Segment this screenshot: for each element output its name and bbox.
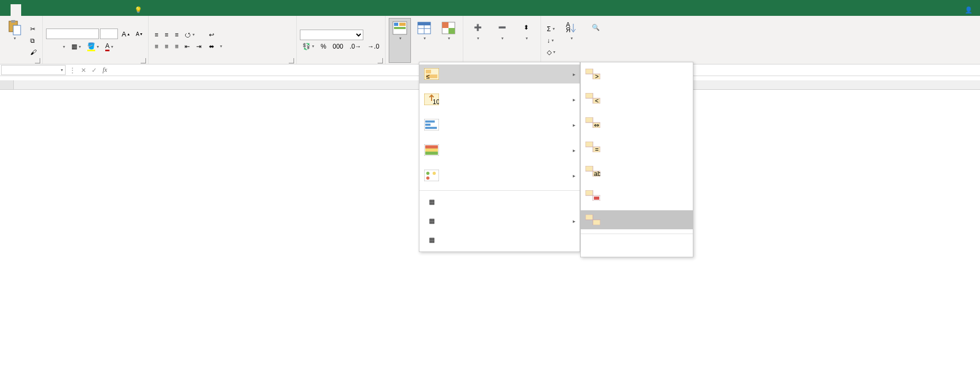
menu-tabs: 💡 👤 bbox=[0, 4, 980, 16]
delete-cells-button[interactable]: ➖▾ bbox=[491, 18, 513, 63]
cell-styles-icon bbox=[440, 20, 457, 36]
tell-me[interactable]: 💡 bbox=[134, 4, 144, 16]
format-painter-button[interactable]: 🖌 bbox=[28, 47, 39, 58]
cut-button[interactable]: ✂ bbox=[28, 24, 39, 34]
increase-font-button[interactable]: A▴ bbox=[119, 29, 132, 40]
percent-button[interactable]: % bbox=[318, 41, 329, 52]
submenu-greater-than[interactable]: > bbox=[581, 64, 693, 83]
submenu-less-than[interactable]: < bbox=[581, 89, 693, 90]
format-cells-button[interactable]: ⬍▾ bbox=[515, 18, 537, 63]
tab-data[interactable] bbox=[53, 4, 63, 16]
svg-rect-4 bbox=[394, 23, 398, 26]
brush-icon: 🖌 bbox=[30, 49, 36, 56]
align-right-button[interactable]: ≡ bbox=[172, 41, 181, 52]
border-button[interactable]: ▦▾ bbox=[69, 41, 84, 52]
cancel-formula-button[interactable]: ✕ bbox=[78, 65, 89, 76]
tab-developer[interactable] bbox=[85, 4, 95, 16]
delete-icon: ➖ bbox=[493, 20, 510, 36]
format-as-table-button[interactable]: ▾ bbox=[413, 18, 435, 63]
dec-decimal-button[interactable]: →.0 bbox=[365, 41, 382, 52]
group-cells: ➕▾ ➖▾ ⬍▾ bbox=[463, 16, 541, 64]
merge-icon: ⬌ bbox=[209, 43, 214, 50]
menu-highlight-rules[interactable]: ≤ ▸ bbox=[419, 64, 580, 83]
tab-layout[interactable] bbox=[32, 4, 42, 16]
insert-cells-button[interactable]: ➕▾ bbox=[466, 18, 489, 63]
paste-icon bbox=[6, 20, 23, 36]
svg-rect-6 bbox=[394, 27, 406, 29]
select-all-corner[interactable] bbox=[0, 80, 14, 89]
launcher-icon[interactable] bbox=[289, 58, 294, 63]
inc-decimal-button[interactable]: .0→ bbox=[347, 41, 364, 52]
group-font: A▴ A▾ ▾ ▦▾ 🪣▾ A▾ bbox=[43, 16, 149, 64]
orientation-button[interactable]: ⭯▾ bbox=[182, 30, 197, 40]
tab-powerpivot[interactable] bbox=[116, 4, 127, 16]
bold-button[interactable] bbox=[46, 45, 51, 48]
tab-view[interactable] bbox=[74, 4, 85, 16]
indent-inc-button[interactable]: ⇥ bbox=[194, 41, 204, 52]
sort-icon: AЯ bbox=[563, 20, 580, 36]
enter-formula-button[interactable]: ✓ bbox=[89, 65, 99, 76]
svg-rect-34 bbox=[585, 69, 593, 74]
sort-filter-button[interactable]: AЯ▾ bbox=[560, 18, 582, 63]
underline-button[interactable]: ▾ bbox=[59, 43, 68, 51]
svg-rect-5 bbox=[399, 23, 406, 26]
comma-button[interactable]: 000 bbox=[330, 41, 346, 52]
tab-insert[interactable] bbox=[21, 4, 32, 16]
number-format-select[interactable] bbox=[300, 30, 363, 40]
chevron-right-icon: ▸ bbox=[573, 71, 575, 77]
tab-formulas[interactable] bbox=[42, 4, 53, 16]
tab-help[interactable] bbox=[95, 4, 106, 16]
person-icon: 👤 bbox=[965, 6, 973, 14]
fill-icon: 🪣 bbox=[87, 42, 95, 51]
svg-text:≤: ≤ bbox=[426, 73, 430, 80]
launcher-icon[interactable] bbox=[378, 58, 383, 63]
group-editing: Σ▾ ↓▾ ◇▾ AЯ▾ 🔍 bbox=[541, 16, 610, 64]
conditional-formatting-button[interactable]: ▾ bbox=[389, 18, 411, 63]
highlight-icon: ≤ bbox=[424, 68, 439, 80]
find-select-button[interactable]: 🔍 bbox=[584, 18, 607, 63]
align-center-button[interactable]: ≡ bbox=[162, 41, 171, 52]
launcher-icon[interactable] bbox=[35, 58, 40, 63]
insert-icon: ➕ bbox=[469, 20, 486, 36]
font-name-input[interactable] bbox=[46, 29, 99, 39]
font-color-button[interactable]: A▾ bbox=[103, 41, 116, 53]
svg-rect-12 bbox=[442, 22, 448, 28]
greater-icon: > bbox=[585, 68, 601, 80]
paste-button[interactable]: ▾ bbox=[3, 18, 25, 63]
svg-rect-2 bbox=[13, 25, 21, 35]
bulb-icon: 💡 bbox=[134, 6, 142, 14]
clear-button[interactable]: ◇▾ bbox=[544, 47, 558, 58]
highlight-rules-submenu: > < ⇔ = ab bbox=[580, 62, 693, 90]
tab-datatransfer[interactable] bbox=[106, 4, 116, 16]
name-box[interactable]: ▾ bbox=[1, 65, 66, 75]
decrease-font-button[interactable]: A▾ bbox=[133, 30, 145, 39]
copy-button[interactable]: ⧉ bbox=[28, 35, 39, 46]
sum-button[interactable]: Σ▾ bbox=[544, 24, 558, 34]
align-top-button[interactable]: ≡ bbox=[152, 30, 161, 40]
fx-icon[interactable]: fx bbox=[99, 66, 111, 74]
launcher-icon[interactable] bbox=[141, 58, 146, 63]
tab-home[interactable] bbox=[11, 4, 21, 16]
cell-styles-button[interactable]: ▾ bbox=[437, 18, 460, 63]
tab-review[interactable] bbox=[63, 4, 74, 16]
group-alignment: ≡ ≡ ≡ ⭯▾ ≡ ≡ ≡ ⇤ ⇥ ↩ ⬌ ▾ bbox=[149, 16, 297, 64]
italic-button[interactable] bbox=[52, 45, 58, 48]
cond-format-icon bbox=[391, 20, 408, 36]
wrap-icon: ↩ bbox=[209, 31, 214, 39]
wrap-text-button[interactable]: ↩ bbox=[206, 30, 224, 40]
tab-file[interactable] bbox=[0, 4, 11, 16]
fill-button[interactable]: ↓▾ bbox=[544, 35, 558, 46]
align-middle-button[interactable]: ≡ bbox=[162, 30, 171, 40]
font-size-input[interactable] bbox=[100, 29, 118, 39]
align-bottom-button[interactable]: ≡ bbox=[172, 30, 181, 40]
currency-button[interactable]: 💱▾ bbox=[300, 41, 317, 52]
format-icon: ⬍ bbox=[518, 20, 535, 36]
font-color-icon: A bbox=[105, 42, 109, 51]
ribbon: ▾ ✂ ⧉ 🖌 A▴ A▾ ▾ ▦▾ 🪣▾ A bbox=[0, 16, 980, 64]
share-button[interactable]: 👤 bbox=[959, 4, 980, 16]
group-styles: ▾ ▾ ▾ bbox=[386, 16, 463, 64]
align-left-button[interactable]: ≡ bbox=[152, 41, 161, 52]
fill-color-button[interactable]: 🪣▾ bbox=[85, 41, 102, 53]
indent-dec-button[interactable]: ⇤ bbox=[182, 41, 193, 52]
merge-button[interactable]: ⬌ ▾ bbox=[206, 41, 224, 52]
